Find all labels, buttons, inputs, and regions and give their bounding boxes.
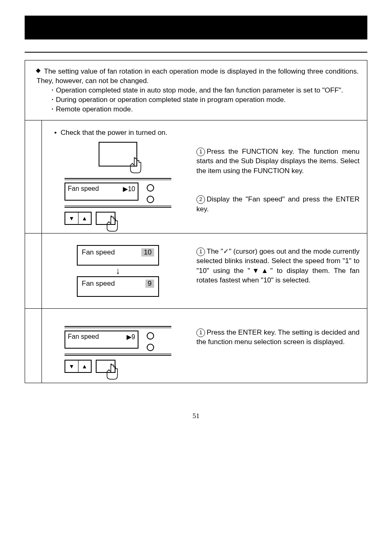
up-icon: ▲ (82, 215, 88, 222)
disp-value-blink: 10 (141, 248, 154, 257)
diamond-bullet-icon (36, 68, 40, 73)
display-box-before: Fan speed 10 (77, 245, 159, 266)
intro-bullet-3: ・Remote operation mode. (37, 105, 359, 114)
down-icon: ▼ (69, 363, 74, 370)
hand-pointer-icon (102, 214, 121, 235)
step-row-3: Fan speed ▶9 ▼ ▲ (25, 309, 367, 383)
status-led-icon (147, 184, 154, 192)
intro-bullet-2: ・During operation or operation completed… (37, 95, 359, 105)
step3-left: Fan speed ▶9 ▼ ▲ (42, 309, 194, 383)
up-down-button[interactable]: ▼ ▲ (65, 212, 92, 225)
step1-left: • Check that the power in turned on. Fan… (42, 120, 194, 233)
status-led-icon (147, 332, 154, 340)
lcd-label: Fan speed (68, 333, 99, 346)
step2-text-1: The "✓" (cursor) goes out and the mode c… (196, 247, 360, 284)
hand-pointer-icon (126, 156, 145, 176)
lcd-label: Fan speed (68, 185, 99, 198)
step3-text-1: Press the ENTER key. The setting is deci… (196, 328, 360, 346)
display-box-after: Fan speed 9 (77, 276, 159, 297)
lcd-value: ▶9 (127, 333, 135, 346)
circled-1-icon: 1 (196, 328, 205, 337)
lcd-display: Fan speed ▶10 (65, 183, 138, 201)
down-icon: ▼ (69, 215, 74, 222)
step3-right: 1Press the ENTER key. The setting is dec… (194, 309, 367, 383)
circled-1-icon: 1 (196, 148, 205, 156)
small-display-box (99, 142, 137, 166)
step1-text-1: Press the FUNCTION key. The function men… (196, 148, 360, 175)
up-icon: ▲ (82, 363, 88, 370)
content-frame: The setting value of fan rotation in eac… (25, 60, 367, 383)
arrow-down-icon: ↓ (116, 266, 120, 276)
circled-1-icon: 1 (196, 247, 205, 256)
lcd-value: ▶10 (123, 185, 135, 198)
check-power-text: Check that the power in turned on. (60, 129, 167, 136)
step-rail (25, 309, 42, 383)
section-rule (25, 52, 367, 53)
disp-label: Fan speed (82, 248, 115, 257)
step1-right: 1Press the FUNCTION key. The function me… (194, 120, 367, 233)
circled-2-icon: 2 (196, 195, 205, 204)
disp-value-blink: 9 (145, 280, 154, 288)
up-down-button[interactable]: ▼ ▲ (65, 360, 92, 373)
step-rail (25, 234, 42, 308)
lcd-display: Fan speed ▶9 (65, 331, 138, 349)
page-number: 51 (0, 412, 392, 420)
hand-pointer-icon (102, 362, 121, 383)
disp-label: Fan speed (82, 280, 115, 288)
control-panel: Fan speed ▶9 ▼ ▲ (65, 326, 171, 373)
step-row-2: Fan speed 10 ↓ Fan speed 9 1The "✓" (cur… (25, 234, 367, 309)
step-row-1: • Check that the power in turned on. Fan… (25, 120, 367, 234)
step2-right: 1The "✓" (cursor) goes out and the mode … (194, 234, 367, 308)
bullet-icon: • (54, 129, 57, 136)
control-panel: Fan speed ▶10 ▼ ▲ (65, 178, 171, 225)
intro-lead: The setting value of fan rotation in eac… (37, 67, 359, 85)
intro-block: The setting value of fan rotation in eac… (25, 60, 367, 120)
step2-left: Fan speed 10 ↓ Fan speed 9 (42, 234, 194, 308)
status-led-icon (147, 344, 154, 351)
status-led-icon (147, 196, 154, 203)
header-black-bar (25, 16, 367, 39)
step1-text-2: Display the "Fan speed" and press the EN… (196, 195, 360, 213)
step-rail (25, 120, 42, 233)
intro-bullet-1: ・Operation completed state in auto stop … (37, 86, 359, 95)
